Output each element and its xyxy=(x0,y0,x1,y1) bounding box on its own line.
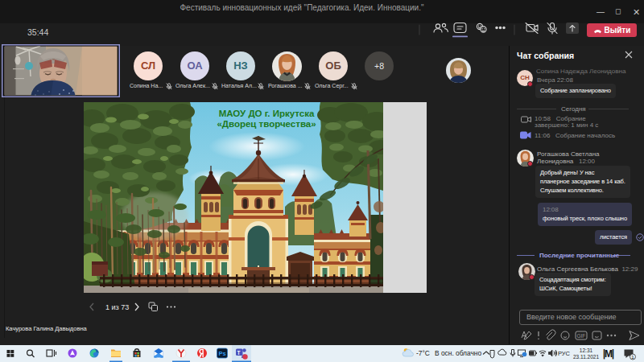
svg-text:GIF: GIF xyxy=(577,333,586,339)
svg-text:«Дворец творчества»: «Дворец творчества» xyxy=(217,119,316,129)
svg-text:12:31: 12:31 xyxy=(580,348,593,353)
svg-text:РУС: РУС xyxy=(558,350,571,357)
svg-text:T: T xyxy=(237,350,241,356)
svg-text:-7°C: -7°C xyxy=(416,349,430,357)
svg-text:МАОУ ДО г. Иркутска: МАОУ ДО г. Иркутска xyxy=(219,109,315,118)
svg-text:В осн. облачно: В осн. облачно xyxy=(435,349,481,357)
svg-text:Ps: Ps xyxy=(219,350,226,357)
svg-text:⎹M⎸: ⎹M⎸ xyxy=(595,348,622,360)
svg-text:1 из 73: 1 из 73 xyxy=(105,303,129,311)
